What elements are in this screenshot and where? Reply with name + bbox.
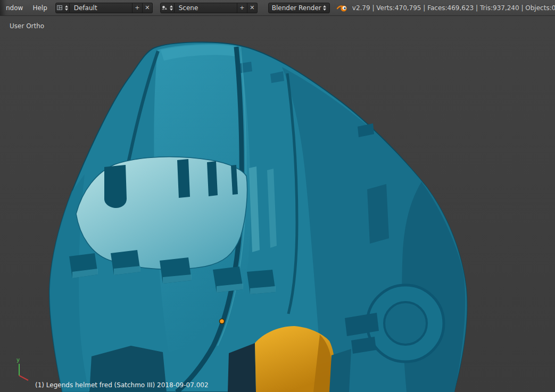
object-origin-dot [220, 319, 225, 324]
add-layout-button[interactable]: + [132, 3, 143, 13]
screen-layout-group: Default + ✕ [55, 3, 153, 13]
browse-arrows-icon [65, 5, 68, 11]
screen-layout-field[interactable]: Default [70, 3, 132, 13]
scene-group: Scene + ✕ [160, 3, 258, 13]
browse-arrows-icon [170, 5, 173, 11]
viewport-canvas: y [0, 16, 555, 392]
helmet-model[interactable] [49, 42, 467, 392]
screen-layout-browse-button[interactable] [55, 3, 70, 13]
axis-gizmo: y [16, 357, 28, 380]
add-scene-button[interactable]: + [237, 3, 247, 13]
menu-help[interactable]: Help [28, 4, 52, 12]
view-mode-label: User Ortho [10, 22, 44, 30]
scene-browse-button[interactable] [160, 3, 175, 13]
delete-scene-button[interactable]: ✕ [247, 3, 258, 13]
plus-icon: + [239, 4, 244, 11]
close-icon: ✕ [145, 4, 150, 11]
render-engine-label: Blender Render [272, 4, 321, 12]
chevron-updown-icon [323, 5, 326, 11]
stats-text: v2.79 | Verts:470,795 | Faces:469,623 | … [352, 4, 555, 12]
menu-window[interactable]: ndow [1, 4, 28, 12]
info-header: ndow Help Default + ✕ Scene + ✕ [0, 0, 555, 16]
plus-icon: + [135, 4, 139, 11]
axis-y-label: y [16, 357, 20, 363]
blender-logo-icon [336, 4, 348, 12]
close-icon: ✕ [250, 4, 254, 11]
object-info-label: (1) Legends helmet fred (Satchmo III) 20… [35, 381, 209, 389]
scene-field[interactable]: Scene [175, 3, 237, 13]
viewport-3d[interactable]: User Ortho [0, 16, 555, 392]
screen-layout-icon [57, 5, 62, 11]
scene-icon [162, 5, 167, 11]
render-engine-select[interactable]: Blender Render [268, 3, 330, 13]
delete-layout-button[interactable]: ✕ [143, 3, 153, 13]
